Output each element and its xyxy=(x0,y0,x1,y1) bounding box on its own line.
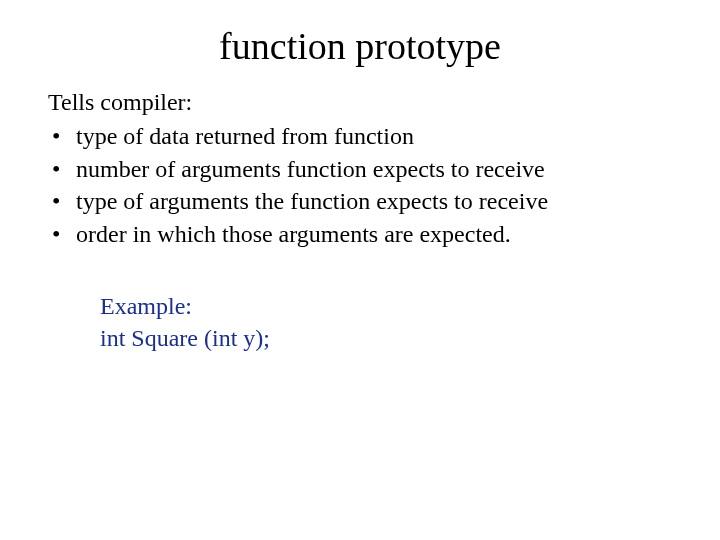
bullet-text: type of arguments the function expects t… xyxy=(76,188,548,214)
bullet-icon: • xyxy=(52,218,60,250)
list-item: • number of arguments function expects t… xyxy=(48,153,672,185)
example-block: Example: int Square (int y); xyxy=(48,290,672,355)
bullet-icon: • xyxy=(52,153,60,185)
bullet-text: type of data returned from function xyxy=(76,123,414,149)
bullet-icon: • xyxy=(52,185,60,217)
bullet-icon: • xyxy=(52,120,60,152)
example-code: int Square (int y); xyxy=(100,322,672,354)
slide: function prototype Tells compiler: • typ… xyxy=(0,0,720,540)
list-item: • type of data returned from function xyxy=(48,120,672,152)
slide-body: Tells compiler: • type of data returned … xyxy=(0,86,720,355)
example-label: Example: xyxy=(100,290,672,322)
bullet-text: order in which those arguments are expec… xyxy=(76,221,511,247)
list-item: • order in which those arguments are exp… xyxy=(48,218,672,250)
bullet-list: • type of data returned from function • … xyxy=(48,120,672,250)
bullet-text: number of arguments function expects to … xyxy=(76,156,545,182)
intro-text: Tells compiler: xyxy=(48,86,672,118)
slide-title: function prototype xyxy=(0,0,720,86)
list-item: • type of arguments the function expects… xyxy=(48,185,672,217)
